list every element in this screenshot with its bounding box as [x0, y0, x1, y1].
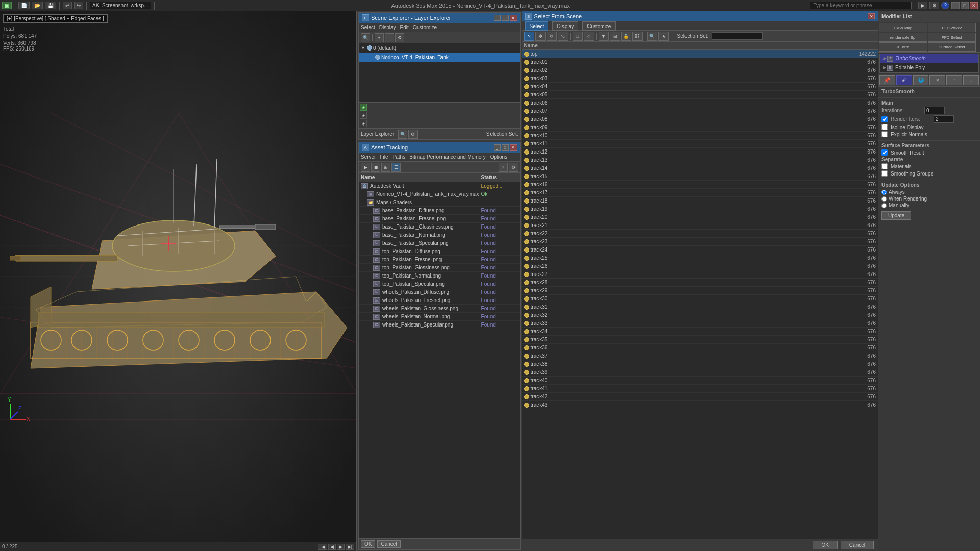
sfs-item-17[interactable]: track17676: [522, 189, 878, 197]
smooth-result-check[interactable]: [881, 149, 888, 156]
sfs-item-38[interactable]: track38676: [522, 360, 878, 368]
sfs-item-0[interactable]: top142222: [522, 50, 878, 58]
sfs-item-4[interactable]: track04676: [522, 83, 878, 91]
at-tool-4[interactable]: ☰: [391, 163, 401, 172]
modifier-down-btn[interactable]: ↓: [963, 75, 979, 85]
sfs-item-list[interactable]: top142222track01676track02676track03676t…: [522, 50, 878, 539]
delete-layer-btn[interactable]: -: [385, 33, 394, 42]
playback-next-btn[interactable]: ▶|: [346, 544, 354, 550]
bottom-icon-btn-1[interactable]: 🔍: [398, 130, 407, 139]
sfs-item-12[interactable]: track12676: [522, 148, 878, 156]
update-btn[interactable]: Update: [881, 211, 911, 220]
always-radio[interactable]: [881, 190, 887, 195]
render-setup-btn[interactable]: ⚙: [929, 2, 939, 9]
sfs-item-13[interactable]: track13676: [522, 156, 878, 164]
sfs-link-btn[interactable]: ⛓: [632, 32, 643, 41]
at-menu-bitmap[interactable]: Bitmap Performance and Memory: [409, 154, 486, 160]
playback-start-btn[interactable]: |◀: [318, 544, 327, 550]
at-settings-btn[interactable]: ⚙: [509, 163, 518, 172]
sfs-item-42[interactable]: track42676: [522, 393, 878, 401]
search-input[interactable]: [810, 2, 912, 9]
at-menu-file[interactable]: File: [380, 154, 388, 160]
maximize-btn[interactable]: □: [961, 2, 969, 9]
asset-tracking-titlebar[interactable]: A Asset Tracking _ □ ✕: [359, 142, 520, 153]
at-tool-2[interactable]: ◼: [371, 163, 380, 172]
panel-minimize-btn[interactable]: _: [494, 15, 501, 21]
sfs-select-btn[interactable]: ↖: [524, 32, 534, 41]
redo-btn[interactable]: ↪: [74, 2, 83, 9]
sfs-item-27[interactable]: track27676: [522, 270, 878, 279]
asset-row-13[interactable]: 🖼wheels_Pakistan_Diffuse.pngFound: [359, 288, 520, 296]
panel-maximize-btn[interactable]: □: [502, 15, 509, 21]
new-layer-btn[interactable]: +: [375, 33, 384, 42]
sfs-item-32[interactable]: track32676: [522, 311, 878, 319]
layer-icon-btn-3[interactable]: ◈: [360, 120, 367, 127]
help-btn[interactable]: ?: [941, 2, 949, 9]
sfs-item-24[interactable]: track24676: [522, 246, 878, 254]
sfs-item-15[interactable]: track15676: [522, 172, 878, 181]
sfs-star-btn[interactable]: ★: [658, 32, 669, 41]
close-btn[interactable]: ✕: [970, 2, 978, 9]
modifier-stack[interactable]: ▶ T TurboSmooth ▶ E Editable Poly: [879, 54, 979, 73]
modifier-turbosmooth[interactable]: ▶ T TurboSmooth: [880, 54, 978, 63]
at-menu-options[interactable]: Options: [490, 154, 507, 160]
sfs-item-43[interactable]: track43676: [522, 401, 878, 409]
asset-row-9[interactable]: 🖼top_Pakistan_Fresnel.pngFound: [359, 256, 520, 264]
undo-btn[interactable]: ↩: [63, 2, 72, 9]
mod-tab-xform[interactable]: XForm: [879, 42, 927, 52]
sfs-item-18[interactable]: track18676: [522, 197, 878, 205]
mod-tab-uvwmap[interactable]: UVW Map: [879, 23, 927, 32]
asset-row-7[interactable]: 🖼base_Pakistan_Specular.pngFound: [359, 239, 520, 247]
sfs-item-26[interactable]: track26676: [522, 262, 878, 270]
asset-row-6[interactable]: 🖼base_Pakistan_Normal.pngFound: [359, 231, 520, 239]
asset-row-3[interactable]: 🖼base_Pakistan_Diffuse.pngFound: [359, 207, 520, 215]
modifier-delete-btn[interactable]: ✕: [929, 75, 945, 85]
menu-edit[interactable]: Edit: [400, 24, 409, 30]
sfs-tab-customize[interactable]: Customize: [582, 21, 616, 31]
sfs-item-22[interactable]: track22676: [522, 230, 878, 238]
sfs-item-11[interactable]: track11676: [522, 140, 878, 148]
mod-tab-ffd[interactable]: FFD 2x2x2: [928, 23, 976, 32]
iterations-input[interactable]: [924, 107, 945, 114]
at-help-btn[interactable]: ?: [499, 163, 508, 172]
sfs-rotate-btn[interactable]: ↻: [547, 32, 557, 41]
isoline-check[interactable]: [881, 124, 888, 130]
sfs-item-6[interactable]: track06676: [522, 99, 878, 107]
sfs-item-5[interactable]: track05676: [522, 91, 878, 99]
bottom-icon-btn-2[interactable]: ⚙: [408, 130, 418, 139]
sfs-item-25[interactable]: track25676: [522, 254, 878, 262]
sfs-item-3[interactable]: track03676: [522, 74, 878, 83]
sfs-item-40[interactable]: track40676: [522, 377, 878, 385]
asset-list[interactable]: 🏦Autodesk VaultLogged...▣Norinco_VT-4_Pa…: [359, 182, 520, 538]
asset-row-2[interactable]: 📁Maps / Shaders: [359, 198, 520, 207]
layer-settings-btn[interactable]: ⚙: [395, 33, 404, 42]
mod-tab-ffdselect[interactable]: FFD Select: [928, 33, 976, 42]
sfs-tab-display[interactable]: Display: [552, 21, 578, 31]
sfs-sphere-btn[interactable]: ○: [584, 32, 594, 41]
layer-icon-btn-2[interactable]: ◈: [360, 112, 367, 119]
render-iters-check[interactable]: [881, 116, 888, 122]
sfs-item-28[interactable]: track28676: [522, 279, 878, 287]
sfs-sel-set-input[interactable]: [712, 32, 763, 40]
sfs-filter-btn[interactable]: ▼: [599, 32, 609, 41]
modifier-world-btn[interactable]: 🌐: [913, 75, 929, 85]
open-btn[interactable]: 📂: [32, 2, 43, 9]
asset-row-4[interactable]: 🖼base_Pakistan_Fresnel.pngFound: [359, 215, 520, 223]
new-btn[interactable]: 📄: [18, 2, 30, 9]
modifier-mode-btn[interactable]: 🖋: [896, 75, 912, 85]
asset-row-14[interactable]: 🖼wheels_Pakistan_Fresnel.pngFound: [359, 296, 520, 305]
sfs-box-btn[interactable]: □: [573, 32, 583, 41]
playback-prev-btn[interactable]: ◀: [328, 544, 336, 550]
at-tool-3[interactable]: ⊞: [381, 163, 390, 172]
asset-panel-maximize-btn[interactable]: □: [502, 144, 509, 151]
sfs-cancel-btn[interactable]: Cancel: [841, 541, 874, 549]
sfs-search-btn[interactable]: 🔍: [647, 32, 657, 41]
render-btn[interactable]: ▶: [918, 2, 927, 9]
layer-item-tank[interactable]: Norinco_VT-4_Pakistan_Tank: [359, 53, 520, 62]
asset-row-12[interactable]: 🖼top_Pakistan_Specular.pngFound: [359, 280, 520, 288]
materials-check[interactable]: [881, 163, 888, 169]
render-iters-input[interactable]: [934, 115, 954, 123]
sfs-tab-select[interactable]: Select: [525, 21, 549, 31]
asset-row-10[interactable]: 🖼top_Pakistan_Glossiness.pngFound: [359, 264, 520, 272]
layer-item-default[interactable]: ▼ 0 (default): [359, 43, 520, 53]
